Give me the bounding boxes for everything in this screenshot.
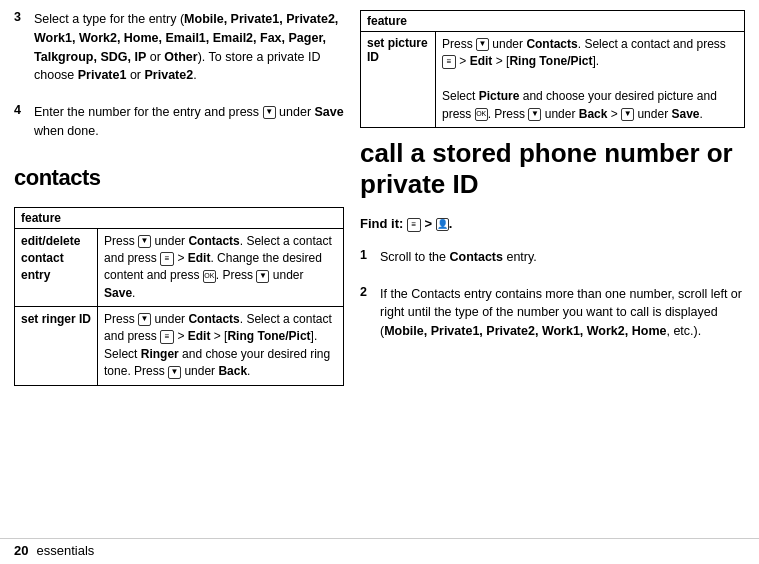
table-row-ringer: set ringer ID Press ▼ under Contacts. Se… xyxy=(15,307,344,386)
step-3: 3 Select a type for the entry (Mobile, P… xyxy=(14,10,344,85)
soft-key-icon: ▼ xyxy=(263,106,276,119)
feature-table-left: feature edit/deletecontactentry Press ▼ … xyxy=(14,207,344,386)
feature-label-picture-id: set pictureID xyxy=(361,32,436,127)
left-column: 3 Select a type for the entry (Mobile, P… xyxy=(14,10,344,528)
menu-icon-3: ≡ xyxy=(442,55,456,69)
feature-desc-edit-delete: Press ▼ under Contacts. Select a contact… xyxy=(98,228,344,307)
menu-icon-2: ≡ xyxy=(160,330,174,344)
feature-label-ringer: set ringer ID xyxy=(15,307,98,386)
soft-key-icon-3: ▼ xyxy=(138,313,151,326)
right-step-1-content: Scroll to the Contacts entry. xyxy=(380,248,537,267)
step-3-other: Other xyxy=(164,50,197,64)
feature-header-right: feature xyxy=(361,11,744,32)
step-4-content: Enter the number for the entry and press… xyxy=(34,103,344,141)
ok-icon-2: OK xyxy=(475,108,488,121)
contacts-label-1: Contacts xyxy=(449,250,502,264)
step-4-number: 4 xyxy=(14,103,30,117)
step-3-private2: Private2 xyxy=(145,68,194,82)
right-step-1: 1 Scroll to the Contacts entry. xyxy=(360,248,745,267)
feature-desc-ringer: Press ▼ under Contacts. Select a contact… xyxy=(98,307,344,386)
find-it-menu-icon: ≡ xyxy=(407,218,421,232)
soft-key-icon-5: ▼ xyxy=(476,38,489,51)
find-it-contacts-icon: 👤 xyxy=(436,218,449,231)
step-4: 4 Enter the number for the entry and pre… xyxy=(14,103,344,141)
ok-icon-1: OK xyxy=(203,270,216,283)
page-number: 20 xyxy=(14,543,28,558)
page-footer: 20 essentials xyxy=(0,538,759,564)
page-container: 3 Select a type for the entry (Mobile, P… xyxy=(0,0,759,538)
step-4-save: Save xyxy=(315,105,344,119)
right-step-2-types: Mobile, Private1, Private2, Work1, Work2… xyxy=(384,324,666,338)
menu-icon-1: ≡ xyxy=(160,252,174,266)
feature-label-edit-delete: edit/deletecontactentry xyxy=(15,228,98,307)
right-step-2: 2 If the Contacts entry contains more th… xyxy=(360,285,745,341)
right-feature-table-wrap: feature set pictureID Press ▼ under Cont… xyxy=(360,10,745,128)
step-3-private1: Private1 xyxy=(78,68,127,82)
right-column: feature set pictureID Press ▼ under Cont… xyxy=(360,10,745,528)
contacts-heading: contacts xyxy=(14,165,344,191)
soft-key-icon-7: ▼ xyxy=(621,108,634,121)
soft-key-icon-4: ▼ xyxy=(168,366,181,379)
contacts-feature-table: feature edit/deletecontactentry Press ▼ … xyxy=(14,207,344,386)
right-step-1-number: 1 xyxy=(360,248,376,262)
feature-desc-picture-id: Press ▼ under Contacts. Select a contact… xyxy=(436,32,744,127)
footer-label: essentials xyxy=(36,543,94,558)
step-3-number: 3 xyxy=(14,10,30,24)
step-3-content: Select a type for the entry (Mobile, Pri… xyxy=(34,10,344,85)
soft-key-icon-6: ▼ xyxy=(528,108,541,121)
table-row-edit-delete: edit/deletecontactentry Press ▼ under Co… xyxy=(15,228,344,307)
soft-key-icon-1: ▼ xyxy=(138,235,151,248)
feature-header-left: feature xyxy=(15,207,344,228)
find-it-label: Find it: xyxy=(360,216,403,231)
right-step-2-content: If the Contacts entry contains more than… xyxy=(380,285,745,341)
find-it: Find it: ≡ > 👤. xyxy=(360,216,745,232)
table-row-picture-id: set pictureID Press ▼ under Contacts. Se… xyxy=(361,32,744,127)
right-step-2-number: 2 xyxy=(360,285,376,299)
call-heading: call a stored phone number or private ID xyxy=(360,138,745,200)
soft-key-icon-2: ▼ xyxy=(256,270,269,283)
